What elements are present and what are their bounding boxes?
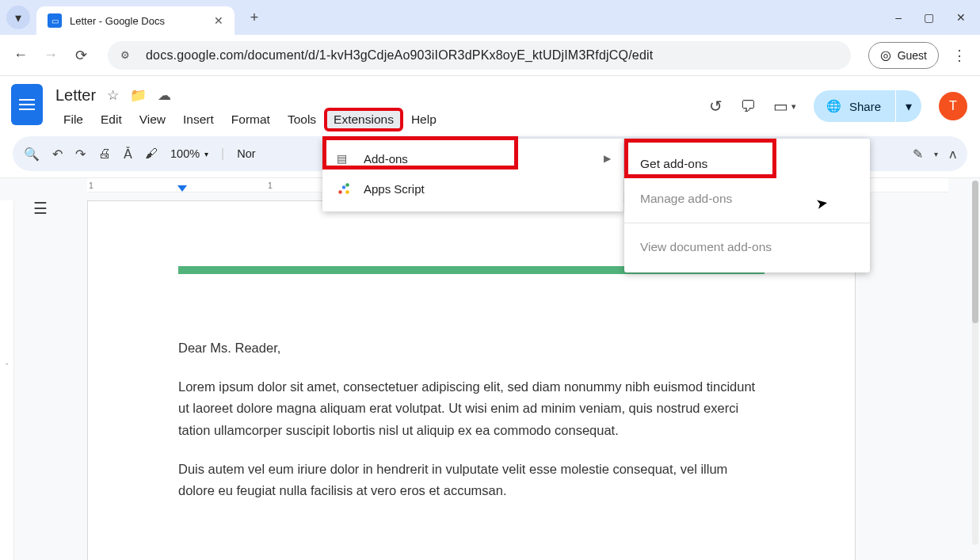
print-icon[interactable]: 🖨 [98,147,111,161]
zoom-select[interactable]: 100% ▾ [170,147,208,160]
menu-item-apps-script[interactable]: Apps Script [322,173,623,204]
comments-icon[interactable]: 🗩 [740,97,756,116]
new-tab-button[interactable]: + [242,6,266,29]
menu-help[interactable]: Help [403,109,444,130]
star-icon[interactable]: ☆ [107,87,119,104]
paragraph-style-select[interactable]: Nor [237,147,255,160]
menu-tools[interactable]: Tools [280,109,324,130]
site-settings-icon[interactable]: ⚙ [120,49,136,61]
extensions-menu: ▤ Add-ons ▶ Apps Script [322,139,623,211]
minimize-icon[interactable]: – [895,11,902,24]
addons-label: Add-ons [364,152,408,166]
chevron-down-icon: ▾ [204,150,208,158]
chevron-down-icon: ▾ [15,10,21,25]
globe-icon: 🌐 [826,99,841,113]
ruler-tick: - [2,359,12,368]
menu-item-manage-addons[interactable]: Manage add-ons [624,181,870,216]
vertical-scrollbar[interactable] [972,181,978,545]
vertical-ruler[interactable]: - [0,200,14,560]
share-dropdown[interactable]: ▾ [896,90,921,122]
svg-point-3 [345,183,349,187]
svg-point-0 [338,190,342,194]
spellcheck-icon[interactable]: Ǎ [124,147,132,162]
camera-icon: ▭ [773,97,788,116]
addons-icon: ▤ [337,152,351,165]
document-title[interactable]: Letter [55,86,96,105]
submenu-arrow-icon: ▶ [604,153,611,164]
scrollbar-thumb[interactable] [972,181,978,323]
manage-addons-label: Manage add-ons [640,192,732,206]
close-window-icon[interactable]: ✕ [956,11,966,24]
paint-format-icon[interactable]: 🖌 [145,147,158,161]
docs-logo-icon[interactable] [11,84,43,125]
indent-marker-icon[interactable] [177,185,187,192]
apps-script-label: Apps Script [364,182,425,196]
browser-menu-icon[interactable]: ⋮ [950,47,969,64]
profile-chip[interactable]: ◎ Guest [868,42,939,69]
menu-item-addons[interactable]: ▤ Add-ons ▶ [322,143,623,173]
meet-button[interactable]: ▭ ▾ [773,97,796,116]
profile-initial: T [949,99,957,113]
addons-submenu: Get add-ons Manage add-ons View document… [624,139,870,272]
chevron-down-icon: ▾ [791,101,796,112]
guest-label: Guest [898,49,927,62]
share-button[interactable]: 🌐 Share [814,90,895,122]
menu-item-get-addons[interactable]: Get add-ons [624,147,870,181]
menu-edit[interactable]: Edit [93,109,130,130]
close-tab-icon[interactable]: ✕ [214,14,223,27]
browser-address-bar: ← → ⟳ ⚙ docs.google.com/document/d/1-kvH… [0,35,980,76]
menu-file[interactable]: File [55,109,91,130]
reload-icon[interactable]: ⟳ [71,47,90,64]
docs-favicon-icon: ▭ [48,13,62,28]
move-icon[interactable]: 📁 [130,87,147,104]
url-text: docs.google.com/document/d/1-kvH3gCdjeAo… [146,48,653,63]
account-avatar[interactable]: T [939,92,967,120]
menu-extensions[interactable]: Extensions [326,109,402,130]
menu-separator [624,223,870,223]
svg-point-2 [345,190,349,194]
menu-format[interactable]: Format [223,109,278,130]
tabs-dropdown-button[interactable]: ▾ [6,6,30,29]
window-controls: – ▢ ✕ [895,11,974,24]
guest-avatar-icon: ◎ [880,48,891,63]
docs-header: Letter ☆ 📁 ☁ File Edit View Insert Forma… [0,76,980,136]
chevron-down-icon[interactable]: ▾ [934,150,938,158]
apps-script-icon [337,181,351,196]
back-icon[interactable]: ← [11,47,30,63]
undo-icon[interactable]: ↶ [52,147,63,162]
view-doc-addons-label: View document add-ons [640,240,772,254]
menu-insert[interactable]: Insert [175,109,222,130]
url-input[interactable]: ⚙ docs.google.com/document/d/1-kvH3gCdje… [108,41,851,70]
menu-bar: File Edit View Insert Format Tools Exten… [55,109,444,130]
outline-toggle-icon[interactable]: ☰ [33,199,48,218]
maximize-icon[interactable]: ▢ [924,11,934,24]
browser-tab[interactable]: ▭ Letter - Google Docs ✕ [36,6,235,35]
doc-paragraph[interactable]: Duis autem vel eum iriure dolor in hendr… [178,459,765,501]
zoom-value: 100% [170,147,200,160]
share-label: Share [849,100,881,113]
menu-item-view-document-addons[interactable]: View document add-ons [624,230,870,265]
history-icon[interactable]: ↺ [709,97,723,116]
forward-icon[interactable]: → [41,47,60,63]
document-body[interactable]: Dear Ms. Reader, Lorem ipsum dolor sit a… [178,337,765,501]
browser-tab-strip: ▾ ▭ Letter - Google Docs ✕ + – ▢ ✕ [0,0,980,35]
svg-point-1 [342,185,346,189]
tab-title: Letter - Google Docs [70,15,206,27]
get-addons-label: Get add-ons [640,157,707,171]
ruler-tick: 1 [268,181,273,190]
editing-mode-icon[interactable]: ✎ [913,147,923,162]
doc-greeting[interactable]: Dear Ms. Reader, [178,337,765,359]
ruler-tick: 1 [89,181,93,190]
cloud-status-icon[interactable]: ☁ [158,87,171,104]
menu-view[interactable]: View [132,109,174,130]
search-icon[interactable]: 🔍 [24,147,40,162]
redo-icon[interactable]: ↷ [75,147,86,162]
collapse-toolbar-icon[interactable]: ʌ [949,147,956,162]
doc-paragraph[interactable]: Lorem ipsum dolor sit amet, consectetuer… [178,376,765,441]
